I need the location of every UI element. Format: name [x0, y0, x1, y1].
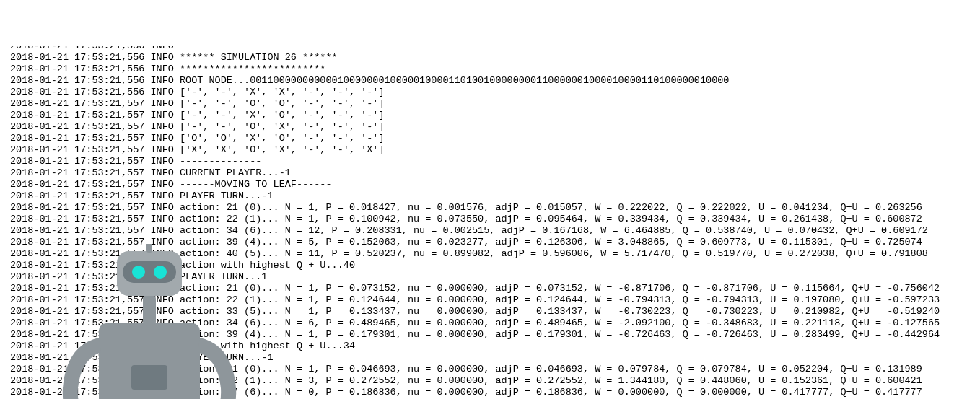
svg-rect-8 — [123, 261, 176, 283]
log-viewport: 2018-01-21 17:53:21,556 INFO ***********… — [0, 46, 980, 399]
svg-rect-3 — [131, 365, 167, 390]
svg-rect-11 — [146, 244, 152, 253]
svg-point-10 — [154, 266, 167, 279]
svg-point-9 — [132, 266, 145, 279]
robot-illustration — [29, 232, 224, 399]
svg-rect-6 — [143, 294, 156, 326]
